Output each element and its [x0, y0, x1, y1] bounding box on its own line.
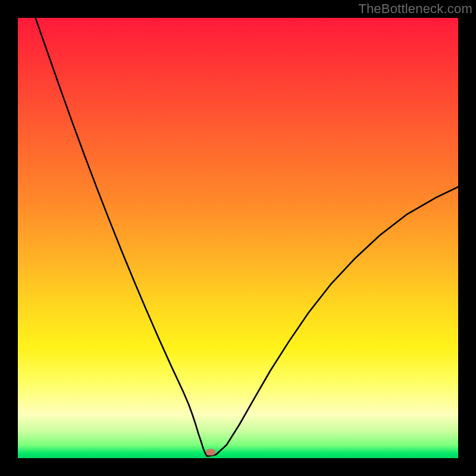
chart-frame: TheBottleneck.com [0, 0, 476, 476]
plot-area [18, 18, 458, 458]
watermark-text: TheBottleneck.com [358, 1, 472, 17]
bottleneck-curve [18, 18, 458, 458]
optimal-point-marker [206, 449, 215, 455]
